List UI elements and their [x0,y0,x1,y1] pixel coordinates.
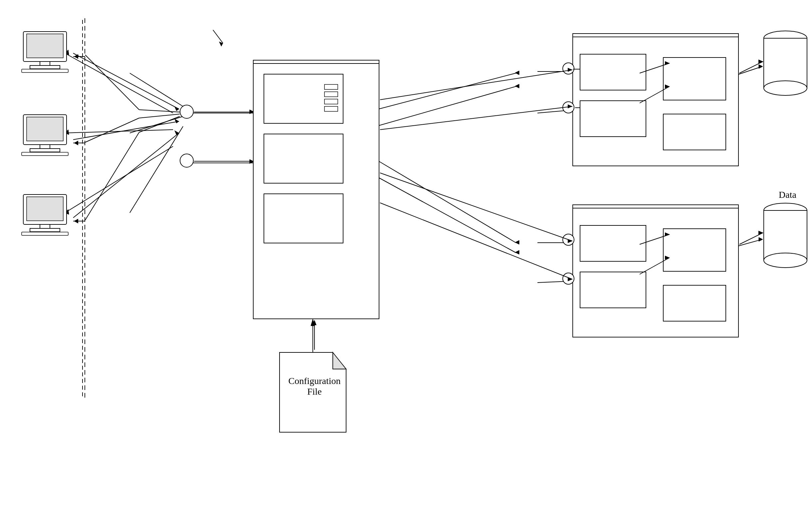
svg-rect-54 [324,84,338,90]
svg-marker-68 [175,106,179,111]
db-bot-box [663,228,726,272]
svg-marker-32 [515,84,519,88]
data-bot-ref: Data [779,190,797,200]
igroup-circle-left [180,154,194,168]
svg-marker-72 [175,119,179,123]
svg-line-1 [65,53,173,113]
svg-line-98 [740,62,763,73]
manager-box [253,60,379,319]
svg-rect-42 [30,66,60,69]
svg-line-9 [376,73,516,110]
provider-bot-title [573,205,738,208]
client-3 [20,193,73,237]
cache-top-box [663,114,726,150]
svg-marker-78 [74,219,78,224]
svg-line-89 [380,203,572,279]
svg-rect-50 [27,197,63,221]
igroup-circle-bot [562,273,574,284]
svg-marker-70 [74,54,78,59]
svg-line-7 [130,126,183,213]
svg-line-112 [139,114,180,118]
ifunction-circle-left [180,105,194,119]
client-1 [20,30,73,74]
gp-top-box [580,100,646,137]
svg-marker-99 [758,60,763,64]
ifunction-circle-bot [562,234,574,246]
ifunction-circle-top [562,63,574,74]
svg-point-60 [764,81,807,95]
svg-rect-47 [30,148,60,152]
svg-line-10 [376,87,516,126]
svg-marker-25 [311,319,315,326]
svg-line-6 [130,116,183,133]
svg-rect-57 [324,106,338,111]
svg-line-2 [65,130,173,133]
svg-line-3 [65,146,173,213]
svg-rect-46 [40,145,50,148]
svg-line-113 [139,116,180,132]
svg-marker-105 [758,231,763,235]
gp-bot-box [580,272,646,308]
svg-marker-31 [515,71,519,75]
svg-rect-51 [40,225,50,228]
svg-marker-35 [759,65,763,68]
svg-line-111 [139,110,180,112]
svg-marker-36 [759,237,763,241]
svg-rect-59 [764,38,807,88]
svg-line-85 [380,106,572,130]
provider-top-box [572,33,739,166]
svg-line-37 [213,30,223,43]
svg-line-108 [85,55,139,110]
svg-line-87 [380,173,572,241]
fp-bot-box [580,225,646,262]
provider-top-title [573,34,738,37]
svg-line-11 [376,160,516,243]
svg-rect-43 [22,69,68,72]
svg-line-109 [85,118,139,142]
svg-line-110 [85,132,139,220]
svg-rect-48 [22,152,68,156]
svg-marker-107 [312,320,316,325]
fp-top-box [580,54,646,91]
svg-line-83 [380,70,572,100]
svg-rect-41 [40,62,50,66]
svg-rect-40 [27,34,63,58]
svg-point-58 [764,31,807,45]
svg-point-61 [764,203,807,218]
client-2 [20,113,73,158]
svg-rect-56 [324,99,338,104]
svg-marker-33 [515,240,519,244]
svg-marker-74 [74,141,78,145]
manager-title [254,61,379,64]
svg-marker-65 [333,352,346,369]
svg-rect-52 [30,228,60,232]
svg-marker-34 [515,250,519,254]
svg-line-12 [376,176,516,253]
svg-marker-38 [219,41,223,46]
svg-point-63 [764,253,807,268]
group-manager-box [263,134,343,183]
db-top-box [663,57,726,100]
config-file-label: ConfigurationFile [281,376,348,397]
svg-rect-45 [27,117,63,141]
svg-marker-76 [175,130,179,135]
svg-line-71 [73,121,179,140]
svg-rect-55 [324,92,338,97]
svg-line-5 [130,73,183,106]
svg-line-67 [73,53,179,109]
svg-rect-53 [22,232,68,235]
svg-rect-62 [764,210,807,260]
igroup-circle-top [562,101,574,113]
function-manager-box [263,74,343,124]
cache-bot-box [663,285,726,321]
provider-bot-box [572,204,739,337]
svg-line-104 [740,233,763,244]
svg-line-75 [73,133,179,218]
main-manager-box [263,194,343,243]
